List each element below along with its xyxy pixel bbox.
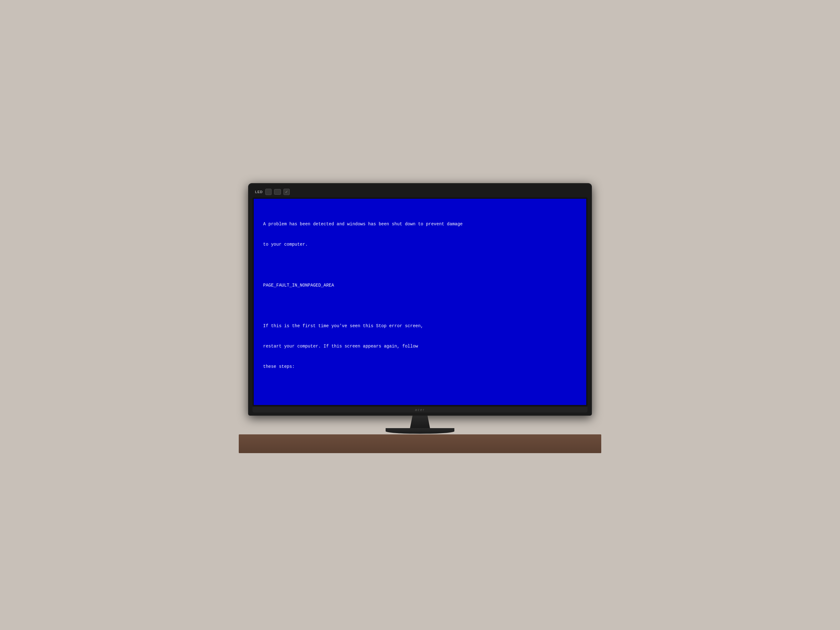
bsod-blank-2 [263,303,577,309]
scene: LED ✓ A problem has been detected and wi… [232,171,608,459]
monitor-top-bar: LED ✓ [253,188,587,197]
monitor-label: LED [255,190,263,194]
bsod-blank-3 [263,384,577,391]
bsod-line-2: to your computer. [263,241,577,248]
monitor-stand-neck [407,415,433,428]
monitor-chin-logo: acer [415,408,425,412]
monitor-button-2 [274,189,281,195]
monitor-button-3: ✓ [283,189,290,195]
monitor-button-1 [265,189,272,195]
monitor: LED ✓ A problem has been detected and wi… [248,183,592,415]
bsod-line-1: A problem has been detected and windows … [263,221,577,228]
bsod-line-3: PAGE_FAULT_IN_NONPAGED_AREA [263,282,577,289]
monitor-stand-base [385,428,455,434]
bsod-line-7: Check to make sure any new hardware or s… [263,404,577,405]
bsod-line-6: these steps: [263,363,577,370]
bsod-blank-1 [263,262,577,269]
screen-bezel: A problem has been detected and windows … [253,197,587,406]
bsod-screen: A problem has been detected and windows … [254,199,586,405]
bsod-line-4: If this is the first time you've seen th… [263,323,577,330]
bsod-content: A problem has been detected and windows … [263,207,577,405]
monitor-chin: acer [253,407,587,412]
desk-surface [239,434,601,453]
bsod-line-5: restart your computer. If this screen ap… [263,343,577,350]
